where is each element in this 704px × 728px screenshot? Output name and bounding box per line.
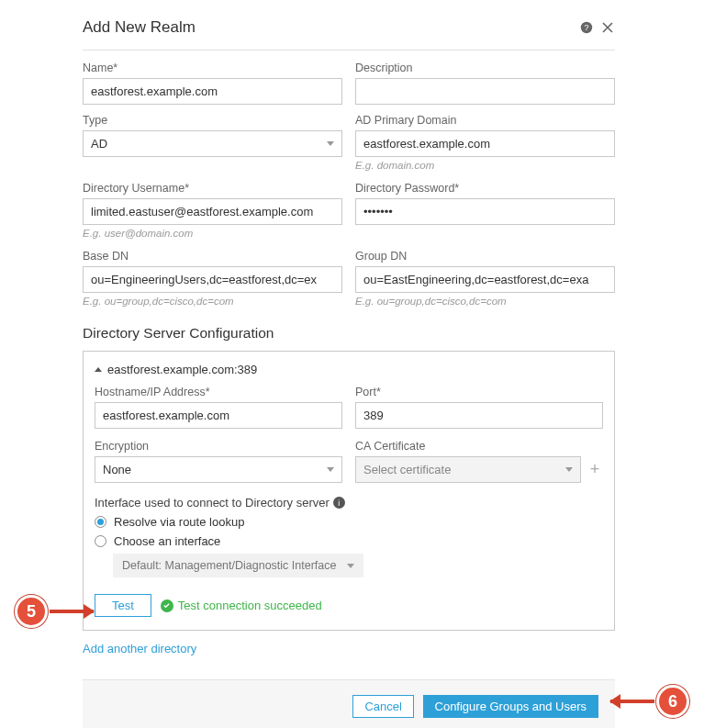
- chevron-down-icon: [327, 141, 334, 146]
- interface-label: Interface used to connect to Directory s…: [95, 496, 330, 510]
- chevron-down-icon: [347, 564, 354, 568]
- chevron-up-icon: [95, 367, 102, 372]
- dir-username-hint: E.g. user@domain.com: [83, 228, 342, 239]
- group-dn-hint: E.g. ou=group,dc=cisco,dc=com: [355, 296, 615, 307]
- type-select[interactable]: AD: [83, 130, 342, 157]
- hostname-label: Hostname/IP Address*: [95, 386, 342, 398]
- callout-badge: 6: [656, 685, 689, 718]
- encryption-value: None: [103, 463, 131, 476]
- interface-value: Default: Management/Diagnostic Interface: [122, 559, 336, 572]
- arrow-right-icon: [50, 610, 94, 613]
- type-label: Type: [83, 114, 342, 127]
- test-row: Test Test connection succeeded: [95, 594, 603, 617]
- radio-resolve[interactable]: [95, 516, 106, 528]
- dir-password-field[interactable]: [355, 198, 615, 225]
- callout-6: 6: [610, 685, 689, 718]
- chevron-down-icon: [565, 467, 573, 472]
- base-dn-hint: E.g. ou=group,dc=cisco,dc=com: [83, 296, 342, 307]
- svg-text:?: ?: [584, 23, 588, 32]
- description-label: Description: [355, 62, 615, 74]
- name-label: Name*: [83, 62, 342, 74]
- callout-badge: 5: [15, 595, 48, 628]
- chevron-down-icon: [327, 467, 334, 472]
- description-field[interactable]: [355, 78, 615, 105]
- dir-server-section-title: Directory Server Configuration: [83, 325, 615, 342]
- cacert-label: CA Certificate: [355, 440, 603, 453]
- group-dn-field[interactable]: [355, 266, 615, 293]
- panel-toggle[interactable]: eastforest.example.com:389: [95, 363, 603, 376]
- type-value: AD: [91, 137, 107, 151]
- cacert-select: Select certificate: [355, 456, 581, 483]
- panel-title: eastforest.example.com:389: [107, 363, 257, 376]
- callout-5: 5: [15, 595, 94, 628]
- radio-resolve-row[interactable]: Resolve via route lookup: [95, 515, 603, 529]
- test-status-text: Test connection succeeded: [178, 599, 322, 612]
- close-icon[interactable]: [600, 20, 615, 35]
- interface-select: Default: Management/Diagnostic Interface: [113, 554, 363, 577]
- arrow-left-icon: [610, 700, 654, 703]
- cacert-value: Select certificate: [363, 463, 451, 476]
- encryption-label: Encryption: [95, 440, 342, 453]
- radio-resolve-label: Resolve via route lookup: [114, 515, 244, 529]
- dir-server-panel: eastforest.example.com:389 Hostname/IP A…: [83, 351, 615, 631]
- test-button[interactable]: Test: [95, 594, 151, 617]
- ad-domain-hint: E.g. domain.com: [355, 160, 615, 171]
- modal-header: Add New Realm ?: [83, 7, 615, 50]
- dir-password-label: Directory Password*: [355, 182, 615, 195]
- dir-username-field[interactable]: [83, 198, 342, 225]
- add-cert-icon: +: [587, 460, 603, 479]
- radio-choose[interactable]: [95, 535, 106, 547]
- encryption-select[interactable]: None: [95, 456, 342, 483]
- ad-domain-label: AD Primary Domain: [355, 114, 615, 127]
- check-icon: [161, 599, 173, 612]
- radio-choose-label: Choose an interface: [114, 534, 220, 548]
- base-dn-field[interactable]: [83, 266, 342, 293]
- hostname-field[interactable]: [95, 402, 342, 429]
- dir-username-label: Directory Username*: [83, 182, 342, 195]
- info-icon[interactable]: i: [333, 497, 345, 509]
- add-realm-modal: Add New Realm ? Name* Description Type A…: [83, 7, 615, 728]
- cancel-button[interactable]: Cancel: [352, 695, 413, 718]
- group-dn-label: Group DN: [355, 250, 615, 263]
- port-label: Port*: [355, 386, 603, 398]
- modal-title: Add New Realm: [83, 18, 573, 37]
- test-status: Test connection succeeded: [161, 599, 322, 612]
- base-dn-label: Base DN: [83, 250, 342, 263]
- port-field[interactable]: [355, 402, 603, 429]
- radio-choose-row[interactable]: Choose an interface: [95, 534, 603, 548]
- add-directory-link[interactable]: Add another directory: [83, 642, 196, 655]
- configure-button[interactable]: Configure Groups and Users: [423, 695, 598, 718]
- help-icon[interactable]: ?: [580, 21, 593, 34]
- form-body: Name* Description Type AD AD Primary Dom…: [83, 50, 615, 663]
- modal-footer: Cancel Configure Groups and Users: [83, 679, 615, 728]
- name-field[interactable]: [83, 78, 342, 105]
- ad-domain-field[interactable]: [355, 130, 615, 157]
- interface-heading: Interface used to connect to Directory s…: [95, 496, 603, 510]
